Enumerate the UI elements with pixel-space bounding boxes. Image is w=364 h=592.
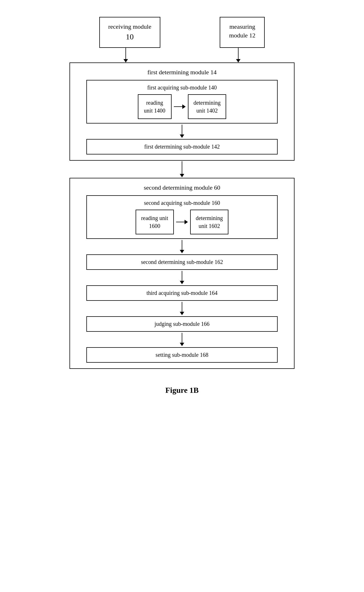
first-inner-arrow-line [182, 125, 182, 134]
top-modules-row: receiving module 10 measuringmodule 12 [69, 17, 295, 48]
second-acquiring-sub-module-title: second acquiring sub-module 160 [144, 200, 220, 206]
setting-sub-module-box: setting sub-module 168 [86, 347, 278, 363]
first-inner-arrow [180, 125, 184, 138]
first-acquiring-sub-module-title: first acquiring sub-module 140 [147, 84, 217, 91]
judging-sub-module-box: judging sub-module 166 [86, 316, 278, 332]
measuring-module-box: measuringmodule 12 [220, 17, 265, 48]
first-determining-module-title: first determining module 14 [147, 69, 217, 76]
reading-unit-1600-label: reading unit1600 [141, 215, 168, 229]
third-acquiring-sub-module-box: third acquiring sub-module 164 [86, 285, 278, 301]
second-arrow-1-head [180, 250, 184, 253]
second-arrow-3-head [180, 312, 184, 315]
second-arrow-4 [180, 333, 184, 346]
reading-unit-1400-box: readingunit 1400 [138, 94, 172, 119]
second-arrow-3 [180, 302, 184, 315]
second-arrow-3-line [182, 302, 182, 312]
determining-unit-1602-box: determiningunit 1602 [190, 210, 229, 234]
second-determining-module-title: second determining module 60 [144, 184, 220, 191]
left-top-arrow-head [123, 59, 128, 62]
setting-sub-module-label: setting sub-module 168 [156, 352, 208, 358]
first-determining-sub-module-label: first determining sub-module 142 [144, 143, 220, 150]
second-arrow-1 [180, 240, 184, 253]
second-units-row: reading unit1600 determiningunit 1602 [91, 210, 273, 234]
receiving-module-label: receiving module [108, 23, 151, 30]
determining-unit-1602-label: determiningunit 1602 [196, 215, 223, 229]
third-acquiring-sub-module-label: third acquiring sub-module 164 [147, 290, 218, 296]
arrow-right-head-1 [182, 104, 186, 109]
receiving-module-box: receiving module 10 [99, 17, 160, 48]
reading-to-determining-arrow [174, 104, 186, 109]
first-determining-sub-module-box: first determining sub-module 142 [86, 139, 278, 154]
reading-to-determining-arrow-2 [176, 220, 188, 224]
second-determining-sub-module-box: second determining sub-module 162 [86, 254, 278, 270]
left-top-arrow [123, 48, 128, 62]
top-arrows-row [69, 48, 295, 62]
second-arrow-1-line [182, 240, 182, 250]
between-arrow-head [180, 174, 184, 177]
first-units-row: readingunit 1400 determiningunit 1402 [91, 94, 273, 119]
receiving-module-number: 10 [126, 32, 134, 41]
second-arrow-2 [180, 271, 184, 284]
second-acquiring-sub-module-box: second acquiring sub-module 160 reading … [86, 195, 278, 239]
second-arrow-4-line [182, 333, 182, 343]
reading-unit-1600-box: reading unit1600 [136, 210, 174, 234]
right-top-arrow-head [236, 59, 241, 62]
second-arrow-2-head [180, 281, 184, 284]
reading-unit-1400-label: readingunit 1400 [144, 100, 165, 114]
arrow-right-line-2 [176, 222, 185, 222]
determining-unit-1402-label: determiningunit 1402 [194, 100, 221, 114]
between-boxes-arrow [180, 161, 184, 177]
right-top-arrow-line [238, 48, 239, 59]
between-arrow-line [182, 161, 182, 174]
second-determining-module-box: second determining module 60 second acqu… [69, 178, 295, 369]
measuring-module-number: 12 [249, 32, 255, 39]
left-top-arrow-line [125, 48, 126, 59]
first-acquiring-sub-module-box: first acquiring sub-module 140 readingun… [86, 80, 278, 124]
arrow-right-line-1 [174, 106, 182, 107]
second-arrow-4-head [180, 343, 184, 346]
second-determining-sub-module-label: second determining sub-module 162 [141, 259, 223, 265]
first-inner-arrow-head [180, 134, 184, 138]
determining-unit-1402-box: determiningunit 1402 [188, 94, 226, 119]
judging-sub-module-label: judging sub-module 166 [154, 321, 210, 327]
figure-caption: Figure 1B [165, 386, 199, 395]
second-arrow-2-line [182, 271, 182, 281]
arrow-right-head-2 [185, 220, 188, 224]
first-determining-module-box: first determining module 14 first acquir… [69, 62, 295, 161]
right-top-arrow [236, 48, 241, 62]
diagram-container: receiving module 10 measuringmodule 12 f… [69, 17, 295, 395]
